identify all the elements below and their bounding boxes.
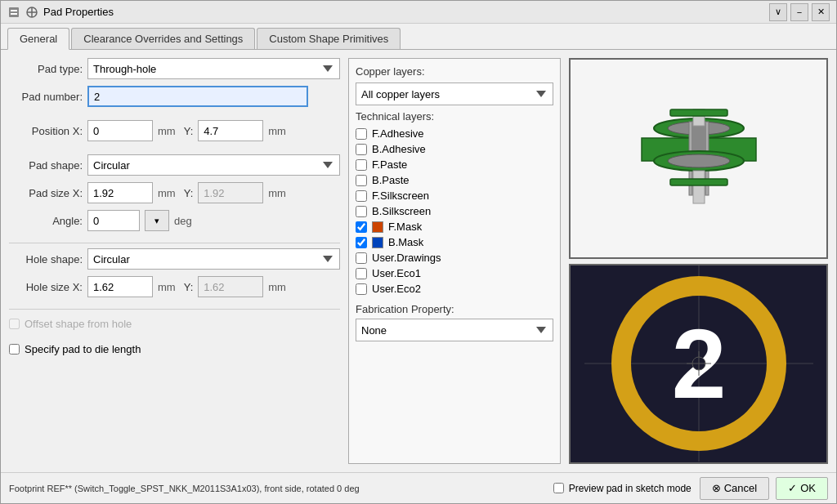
layer-user-eco1-checkbox[interactable] [356,268,367,279]
layer-user-drawings-label: User.Drawings [372,252,441,264]
titlebar-title: Pad Properties [43,6,114,18]
layer-b-adhesive-label: B.Adhesive [372,143,426,155]
copper-layers-select[interactable]: All copper layers F.Cu B.Cu [356,83,553,105]
position-y-label: Y: [184,125,194,137]
bottom-bar: Footprint REF** (Switch_Toggle_SPST_NKK_… [1,472,836,503]
hole-shape-select[interactable]: Circular Oval [87,248,340,270]
position-row: Position X: mm Y: mm [9,120,340,141]
pad-type-row: Pad type: Through-hole SMD NPTH [9,58,340,79]
svg-rect-2 [11,13,17,15]
tab-clearance[interactable]: Clearance Overrides and Settings [71,28,255,49]
fab-prop-select[interactable]: None BGA pad Fiducial, global Fiducial, … [356,319,553,341]
titlebar-left: Pad Properties [7,6,114,19]
pad-number-row: Pad number: [9,86,340,107]
layer-b-silkscreen-checkbox[interactable] [356,206,367,217]
pad-shape-select[interactable]: Circular Oval Rectangular Trapezoid [87,154,340,176]
layer-user-drawings-checkbox[interactable] [356,252,367,264]
pad-number-input[interactable] [87,86,308,107]
preview-sketch-checkbox[interactable] [553,483,564,493]
hole-size-x-input[interactable] [87,276,153,297]
layer-f-mask: F.Mask [356,219,553,234]
layer-user-eco2-label: User.Eco2 [372,283,421,295]
fab-prop-label: Fabrication Property: [356,303,553,315]
close-btn[interactable]: ✕ [812,3,830,21]
layer-user-eco1: User.Eco1 [356,265,553,281]
angle-input[interactable] [87,210,140,231]
layer-b-silkscreen-label: B.Silkscreen [372,205,431,217]
pad-size-y-unit: mm [268,187,286,199]
layer-b-paste-checkbox[interactable] [356,175,367,186]
layer-b-mask-color [372,237,383,248]
layer-f-paste: F.Paste [356,157,553,172]
hole-size-y-input[interactable] [198,276,263,297]
position-y-input[interactable] [198,120,263,141]
layer-f-silkscreen: F.Silkscreen [356,188,553,203]
specify-checkbox[interactable] [9,344,20,355]
pad-size-y-input[interactable] [198,182,263,203]
titlebar: Pad Properties ∨ − ✕ [1,1,836,24]
right-panel: 2 [569,58,828,464]
left-panel: Pad type: Through-hole SMD NPTH Pad numb… [9,58,340,464]
main-window: Pad Properties ∨ − ✕ General Clearance O… [0,0,837,504]
pad-3d-svg [617,97,781,220]
pin-icon[interactable] [25,6,38,19]
layer-b-paste: B.Paste [356,172,553,188]
specify-label: Specify pad to die length [25,343,141,355]
collapse-btn[interactable]: ∨ [769,3,787,21]
layer-user-eco2-checkbox[interactable] [356,283,367,295]
position-x-label: Position X: [9,125,83,137]
position-x-input[interactable] [87,120,153,141]
svg-rect-16 [670,179,727,185]
cancel-icon: ⊗ [712,482,721,494]
pad-shape-label: Pad shape: [9,159,83,172]
layer-b-mask-checkbox[interactable] [356,237,367,248]
offset-row: Offset shape from hole [9,318,340,330]
cancel-button[interactable]: ⊗ Cancel [700,477,769,500]
app-icon [7,6,20,19]
hole-size-x-label: Hole size X: [9,281,83,293]
hole-size-y-unit: mm [268,281,286,293]
layer-f-adhesive-label: F.Adhesive [372,127,424,140]
layer-f-silkscreen-checkbox[interactable] [356,190,367,202]
position-y-unit: mm [268,125,286,137]
pad-size-x-input[interactable] [87,182,153,203]
footprint-text: Footprint REF** (Switch_Toggle_SPST_NKK_… [9,484,360,493]
layer-f-silkscreen-label: F.Silkscreen [372,190,429,202]
pad-type-select[interactable]: Through-hole SMD NPTH [87,58,340,79]
hole-shape-row: Hole shape: Circular Oval [9,248,340,270]
angle-label: Angle: [9,215,83,227]
layer-f-mask-checkbox[interactable] [356,221,367,233]
layer-b-adhesive-checkbox[interactable] [356,144,367,155]
angle-dropdown-btn[interactable]: ▾ [145,210,169,231]
cancel-label: Cancel [724,482,757,494]
layer-b-mask: B.Mask [356,234,553,250]
tab-custom[interactable]: Custom Shape Primitives [257,28,401,49]
ok-button[interactable]: ✓ OK [776,477,828,500]
pad-preview-bottom: 2 [569,264,828,465]
separator-2 [9,309,340,310]
bottom-right: ⊗ Cancel ✓ OK [700,477,828,500]
pad-size-x-label: Pad size X: [9,187,83,199]
hole-shape-label: Hole shape: [9,253,83,265]
angle-unit: deg [174,215,192,227]
svg-rect-0 [9,7,19,17]
layer-b-mask-label: B.Mask [388,236,423,248]
minimize-btn[interactable]: − [790,3,808,21]
pad-size-y-label: Y: [184,187,194,199]
copper-layers-label: Copper layers: [356,65,553,78]
position-x-unit: mm [158,125,176,137]
layer-f-paste-checkbox[interactable] [356,159,367,171]
tab-general[interactable]: General [7,28,69,50]
pad-size-row: Pad size X: mm Y: mm [9,182,340,203]
offset-checkbox[interactable] [9,319,20,329]
layer-f-adhesive-checkbox[interactable] [356,128,367,140]
svg-rect-15 [670,109,727,116]
pad-type-label: Pad type: [9,63,83,75]
preview-sketch-row: Preview pad in sketch mode [553,483,692,494]
layer-user-drawings: User.Drawings [356,250,553,265]
layer-f-paste-label: F.Paste [372,158,407,171]
pad-number-label: Pad number: [9,91,83,103]
separator-1 [9,243,340,243]
layer-user-eco2: User.Eco2 [356,281,553,297]
layer-f-mask-color [372,221,383,233]
